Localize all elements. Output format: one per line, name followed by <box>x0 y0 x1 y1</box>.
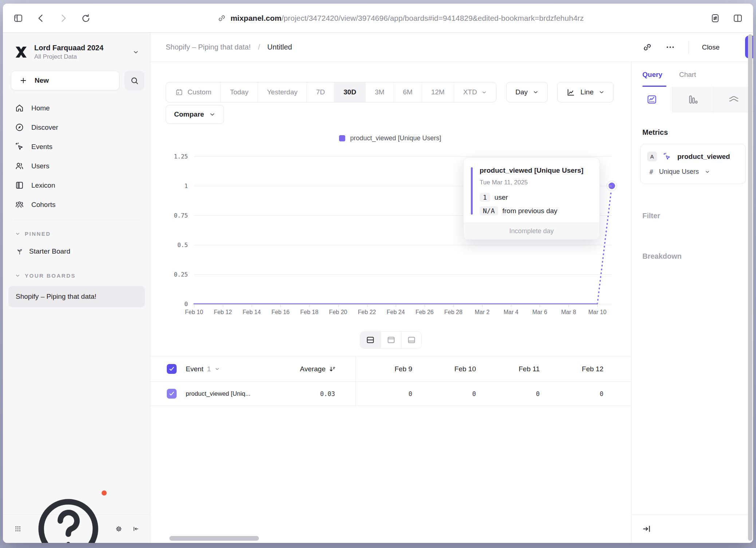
range-button-custom[interactable]: Custom <box>166 82 220 102</box>
event-column-header[interactable]: Event1 <box>180 365 275 373</box>
range-button-label: 7D <box>316 88 325 96</box>
toolbar-left-group <box>13 13 91 23</box>
date-column-header-feb-11[interactable]: Feb 11 <box>477 365 541 373</box>
chart-gridline <box>194 245 612 245</box>
discover-icon <box>15 123 24 132</box>
range-button-xtd[interactable]: XTD <box>454 82 496 102</box>
sidebar-item-home[interactable]: Home <box>3 98 150 118</box>
x-axis-tick <box>367 305 367 307</box>
insights-report-tab[interactable] <box>631 87 672 112</box>
chart-only-toggle[interactable] <box>381 332 401 348</box>
boards-section-header[interactable]: YOUR BOARDS <box>3 267 150 283</box>
metric-card[interactable]: A product_viewed # Unique Users <box>640 144 746 184</box>
layout-toggles <box>150 331 631 349</box>
address-bar[interactable]: mixpanel.com/project/3472420/view/397469… <box>91 14 710 23</box>
mixpanel-logo-icon <box>14 45 28 59</box>
chevron-down-icon <box>209 111 216 118</box>
sidebar-item-events[interactable]: Events <box>3 137 150 156</box>
row-cell-value: 0 <box>541 390 605 398</box>
metric-aggregation-row[interactable]: # Unique Users <box>647 168 739 176</box>
range-button-6m[interactable]: 6M <box>394 82 422 102</box>
settings-gear-icon[interactable] <box>115 524 122 534</box>
new-button[interactable]: New <box>11 71 119 90</box>
url-text: mixpanel.com/project/3472420/view/397469… <box>231 14 584 23</box>
pinned-item-starter-board[interactable]: Starter Board <box>3 241 150 262</box>
help-button[interactable] <box>31 492 105 543</box>
page-settings-icon[interactable] <box>710 13 720 23</box>
close-button[interactable]: Close <box>702 43 720 51</box>
select-all-checkbox[interactable] <box>167 364 177 374</box>
forward-arrow-icon[interactable] <box>58 13 68 23</box>
collapse-sidebar-icon[interactable] <box>133 524 139 534</box>
plus-icon <box>19 77 27 85</box>
more-options-icon[interactable] <box>665 42 675 52</box>
vertical-scrollbar[interactable] <box>748 34 752 541</box>
row-checkbox[interactable] <box>167 389 177 399</box>
date-column-header-feb-12[interactable]: Feb 12 <box>541 365 605 373</box>
y-axis-label: 0.75 <box>167 212 188 219</box>
tooltip-title: product_viewed [Unique Users] <box>480 167 591 175</box>
copy-link-icon[interactable] <box>642 42 652 52</box>
sidebar-bottom-bar <box>3 514 150 543</box>
range-button-7d[interactable]: 7D <box>307 82 334 102</box>
range-button-12m[interactable]: 12M <box>422 82 454 102</box>
x-axis-tick <box>597 305 598 307</box>
row-average-value: 0.03 <box>275 390 336 398</box>
metrics-header: Metrics <box>642 128 753 137</box>
compare-button[interactable]: Compare <box>166 105 224 124</box>
x-axis-label: Feb 16 <box>271 309 290 316</box>
apps-grid-icon[interactable] <box>15 524 21 534</box>
x-axis-label: Feb 12 <box>214 309 232 316</box>
board-item-shopify-piping-that-data[interactable]: Shopify – Piping that data! <box>8 286 145 307</box>
sidebar-item-discover[interactable]: Discover <box>3 118 150 137</box>
x-axis-label: Feb 20 <box>329 309 347 316</box>
collapse-panel-icon[interactable] <box>642 524 651 534</box>
pinned-section-header[interactable]: PINNED <box>3 225 150 241</box>
date-column-header-feb-9[interactable]: Feb 9 <box>355 365 414 373</box>
range-button-30d[interactable]: 30D <box>334 82 365 102</box>
chevron-down-icon <box>705 169 710 175</box>
browser-sidebar-toggle-icon[interactable] <box>13 13 23 23</box>
flows-report-tab[interactable] <box>713 87 753 112</box>
reload-icon[interactable] <box>81 13 91 23</box>
browser-toolbar: mixpanel.com/project/3472420/view/397469… <box>3 4 753 33</box>
back-arrow-icon[interactable] <box>36 13 46 23</box>
sidebar-item-lexicon[interactable]: Lexicon <box>3 176 150 195</box>
chart-legend[interactable]: product_viewed [Unique Users] <box>167 133 614 144</box>
range-button-yesterday[interactable]: Yesterday <box>257 82 307 102</box>
split-view-icon[interactable] <box>733 13 743 23</box>
boards-section-label: YOUR BOARDS <box>25 273 76 279</box>
range-button-today[interactable]: Today <box>220 82 257 102</box>
sidebar-item-cohorts[interactable]: Cohorts <box>3 195 150 214</box>
report-main: CustomTodayYesterday7D30D3M6M12MXTD Day … <box>150 62 631 543</box>
chevron-down-icon <box>15 231 20 236</box>
line-chart[interactable]: product_viewed [Unique Users] Tue Mar 11… <box>167 145 614 317</box>
layout-toggle-group <box>360 331 422 349</box>
range-button-3m[interactable]: 3M <box>365 82 393 102</box>
header-actions: Close <box>642 41 738 54</box>
query-panel-footer <box>631 514 753 543</box>
tab-chart[interactable]: Chart <box>679 71 696 87</box>
granularity-dropdown[interactable]: Day <box>506 82 548 102</box>
browser-window: mixpanel.com/project/3472420/view/397469… <box>3 4 753 543</box>
horizontal-scrollbar[interactable] <box>169 536 259 541</box>
tab-query[interactable]: Query <box>642 71 662 87</box>
sidebar-item-users[interactable]: Users <box>3 156 150 176</box>
report-controls: CustomTodayYesterday7D30D3M6M12MXTD Day … <box>150 62 631 124</box>
table-row[interactable]: product_viewed [Uniq...0.030000 <box>150 382 631 406</box>
date-column-header-feb-10[interactable]: Feb 10 <box>414 365 477 373</box>
y-axis-label: 0.5 <box>167 242 188 248</box>
sidebar-divider <box>14 220 139 220</box>
workspace-switcher[interactable]: Lord Farquaad 2024 All Project Data <box>3 33 150 62</box>
y-axis-label: 1.25 <box>167 153 188 160</box>
average-column-header[interactable]: Average <box>275 365 336 373</box>
filter-header: Filter <box>642 212 753 220</box>
chart-type-dropdown[interactable]: Line <box>557 82 614 102</box>
split-view-toggle[interactable] <box>360 332 381 348</box>
breadcrumb-page[interactable]: Untitled <box>267 43 292 51</box>
range-button-label: Custom <box>188 88 211 96</box>
search-button[interactable] <box>125 71 144 90</box>
table-only-toggle[interactable] <box>401 332 421 348</box>
funnels-report-tab[interactable] <box>672 87 713 112</box>
breadcrumb-board[interactable]: Shopify – Piping that data! <box>166 43 251 51</box>
